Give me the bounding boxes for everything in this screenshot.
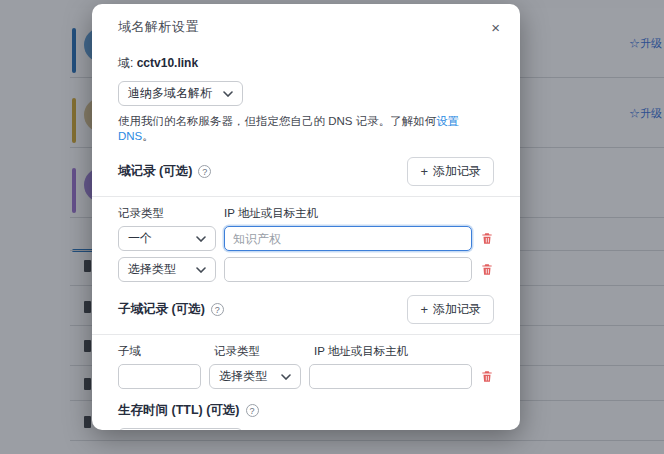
chevron-down-icon: [281, 374, 291, 380]
domain-record-row: 选择类型: [92, 257, 520, 282]
chevron-down-icon: [196, 236, 206, 242]
help-icon[interactable]: ?: [198, 165, 211, 178]
ip-host-input[interactable]: [309, 364, 472, 389]
record-type-select[interactable]: 选择类型: [209, 364, 301, 389]
domain-label: 域:: [118, 56, 133, 70]
col-label-record-type: 记录类型: [118, 206, 224, 221]
domain-line: 域: cctv10.link: [92, 55, 520, 72]
dialog-title: 域名解析设置: [118, 18, 199, 36]
record-type-select[interactable]: 一个: [118, 226, 216, 251]
ip-host-input[interactable]: [224, 226, 472, 251]
help-icon[interactable]: ?: [211, 303, 224, 316]
nameserver-description: 使用我们的名称服务器，但指定您自己的 DNS 记录。了解如何设置 DNS。: [92, 114, 520, 144]
plus-icon: +: [420, 302, 428, 317]
divider: [92, 334, 520, 335]
chevron-down-icon: [196, 267, 206, 273]
ttl-select[interactable]: 5 分钟: [118, 428, 243, 430]
resolver-select[interactable]: 迪纳多域名解析: [118, 81, 243, 106]
delete-record-icon[interactable]: [480, 369, 494, 384]
subdomain-record-row: 选择类型: [92, 364, 520, 389]
record-type-select[interactable]: 选择类型: [118, 257, 216, 282]
divider: [92, 196, 520, 197]
ip-host-input[interactable]: [224, 257, 472, 282]
col-label-ip-host: IP 地址或目标主机: [314, 344, 408, 359]
subdomain-records-heading: 子域记录 (可选): [118, 301, 205, 318]
domain-record-row: 一个: [92, 226, 520, 251]
col-label-record-type: 记录类型: [214, 344, 314, 359]
add-domain-record-button[interactable]: + 添加记录: [407, 157, 494, 186]
close-icon[interactable]: ×: [487, 18, 504, 37]
col-label-ip-host: IP 地址或目标主机: [224, 206, 318, 221]
plus-icon: +: [420, 164, 428, 179]
domain-resolution-settings-dialog: 域名解析设置 × 域: cctv10.link 迪纳多域名解析 使用我们的名称服…: [92, 4, 520, 430]
help-icon[interactable]: ?: [246, 404, 259, 417]
chevron-down-icon: [223, 91, 233, 97]
domain-value: cctv10.link: [137, 56, 198, 70]
delete-record-icon[interactable]: [480, 231, 494, 246]
col-label-subdomain: 子域: [118, 344, 214, 359]
delete-record-icon[interactable]: [480, 262, 494, 277]
add-subdomain-record-button[interactable]: + 添加记录: [407, 295, 494, 324]
ttl-heading: 生存时间 (TTL) (可选): [118, 402, 240, 419]
domain-records-heading: 域记录 (可选): [118, 163, 192, 180]
subdomain-input[interactable]: [118, 364, 201, 389]
